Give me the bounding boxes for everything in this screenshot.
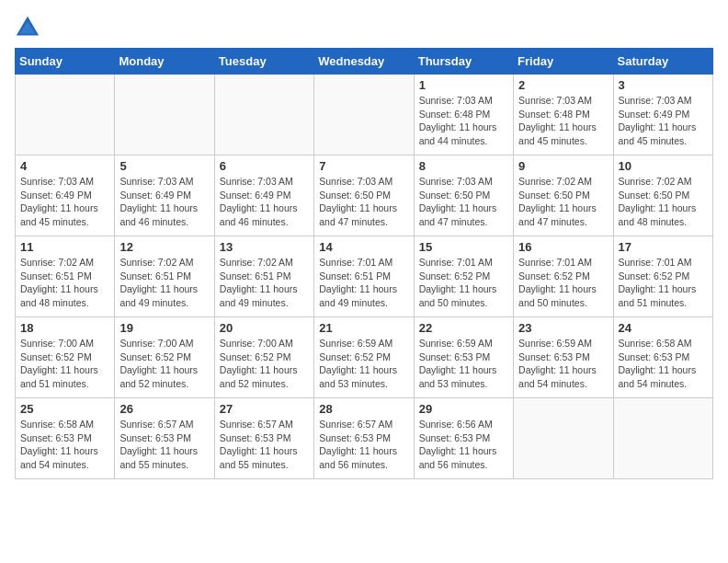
day-number: 3 [619, 78, 708, 92]
day-number: 29 [419, 402, 508, 416]
day-info: Sunrise: 7:00 AM Sunset: 6:52 PM Dayligh… [220, 337, 309, 391]
calendar-cell [115, 75, 214, 155]
calendar-cell: 2Sunrise: 7:03 AM Sunset: 6:48 PM Daylig… [514, 75, 613, 155]
calendar-week-row: 18Sunrise: 7:00 AM Sunset: 6:52 PM Dayli… [16, 317, 713, 398]
calendar-header-saturday: Saturday [613, 49, 712, 75]
calendar-cell [514, 398, 613, 479]
day-info: Sunrise: 7:02 AM Sunset: 6:51 PM Dayligh… [119, 256, 209, 310]
day-info: Sunrise: 7:03 AM Sunset: 6:49 PM Dayligh… [619, 94, 708, 148]
calendar-cell: 20Sunrise: 7:00 AM Sunset: 6:52 PM Dayli… [214, 317, 313, 398]
day-info: Sunrise: 7:00 AM Sunset: 6:52 PM Dayligh… [119, 337, 209, 391]
calendar-cell [613, 398, 712, 479]
day-info: Sunrise: 7:02 AM Sunset: 6:51 PM Dayligh… [20, 256, 109, 310]
calendar-cell: 9Sunrise: 7:02 AM Sunset: 6:50 PM Daylig… [514, 155, 613, 236]
calendar-cell: 16Sunrise: 7:01 AM Sunset: 6:52 PM Dayli… [514, 236, 613, 317]
calendar-cell: 4Sunrise: 7:03 AM Sunset: 6:49 PM Daylig… [16, 155, 115, 236]
calendar-header-monday: Monday [115, 49, 214, 75]
calendar-header-wednesday: Wednesday [314, 49, 414, 75]
day-info: Sunrise: 7:00 AM Sunset: 6:52 PM Dayligh… [20, 337, 109, 391]
calendar-cell: 3Sunrise: 7:03 AM Sunset: 6:49 PM Daylig… [613, 75, 712, 155]
day-info: Sunrise: 6:57 AM Sunset: 6:53 PM Dayligh… [319, 418, 408, 472]
logo-icon [15, 15, 40, 40]
calendar-cell: 1Sunrise: 7:03 AM Sunset: 6:48 PM Daylig… [414, 75, 513, 155]
day-number: 26 [119, 402, 209, 416]
calendar-header-thursday: Thursday [414, 49, 513, 75]
calendar-cell: 21Sunrise: 6:59 AM Sunset: 6:52 PM Dayli… [314, 317, 414, 398]
day-info: Sunrise: 6:57 AM Sunset: 6:53 PM Dayligh… [220, 418, 309, 472]
day-info: Sunrise: 6:59 AM Sunset: 6:53 PM Dayligh… [518, 337, 608, 391]
day-number: 18 [20, 321, 109, 335]
day-number: 20 [220, 321, 309, 335]
calendar-cell: 5Sunrise: 7:03 AM Sunset: 6:49 PM Daylig… [115, 155, 214, 236]
day-info: Sunrise: 6:56 AM Sunset: 6:53 PM Dayligh… [419, 418, 508, 472]
day-info: Sunrise: 7:03 AM Sunset: 6:50 PM Dayligh… [419, 175, 508, 229]
day-number: 9 [518, 159, 608, 173]
day-number: 22 [419, 321, 508, 335]
day-number: 8 [419, 159, 508, 173]
day-number: 14 [319, 240, 408, 254]
day-number: 27 [220, 402, 309, 416]
day-number: 15 [419, 240, 508, 254]
day-number: 10 [619, 159, 708, 173]
calendar-cell: 23Sunrise: 6:59 AM Sunset: 6:53 PM Dayli… [514, 317, 613, 398]
calendar-cell: 13Sunrise: 7:02 AM Sunset: 6:51 PM Dayli… [214, 236, 313, 317]
calendar-cell: 11Sunrise: 7:02 AM Sunset: 6:51 PM Dayli… [16, 236, 115, 317]
day-number: 28 [319, 402, 408, 416]
day-number: 7 [319, 159, 408, 173]
calendar-cell [314, 75, 414, 155]
calendar-week-row: 11Sunrise: 7:02 AM Sunset: 6:51 PM Dayli… [16, 236, 713, 317]
day-info: Sunrise: 7:03 AM Sunset: 6:49 PM Dayligh… [220, 175, 309, 229]
day-info: Sunrise: 7:01 AM Sunset: 6:52 PM Dayligh… [518, 256, 608, 310]
calendar-cell: 14Sunrise: 7:01 AM Sunset: 6:51 PM Dayli… [314, 236, 414, 317]
day-info: Sunrise: 7:03 AM Sunset: 6:49 PM Dayligh… [119, 175, 209, 229]
day-info: Sunrise: 7:01 AM Sunset: 6:51 PM Dayligh… [319, 256, 408, 310]
day-info: Sunrise: 7:01 AM Sunset: 6:52 PM Dayligh… [619, 256, 708, 310]
day-number: 6 [220, 159, 309, 173]
day-info: Sunrise: 6:59 AM Sunset: 6:53 PM Dayligh… [419, 337, 508, 391]
day-number: 5 [119, 159, 209, 173]
day-info: Sunrise: 7:03 AM Sunset: 6:48 PM Dayligh… [419, 94, 508, 148]
day-info: Sunrise: 7:03 AM Sunset: 6:48 PM Dayligh… [518, 94, 608, 148]
calendar-header-sunday: Sunday [16, 49, 115, 75]
calendar-week-row: 4Sunrise: 7:03 AM Sunset: 6:49 PM Daylig… [16, 155, 713, 236]
day-info: Sunrise: 6:58 AM Sunset: 6:53 PM Dayligh… [619, 337, 708, 391]
day-info: Sunrise: 6:59 AM Sunset: 6:52 PM Dayligh… [319, 337, 408, 391]
day-number: 4 [20, 159, 109, 173]
calendar-header-row: SundayMondayTuesdayWednesdayThursdayFrid… [16, 49, 713, 75]
day-number: 2 [518, 78, 608, 92]
day-number: 19 [119, 321, 209, 335]
calendar-cell: 8Sunrise: 7:03 AM Sunset: 6:50 PM Daylig… [414, 155, 513, 236]
calendar-cell: 26Sunrise: 6:57 AM Sunset: 6:53 PM Dayli… [115, 398, 214, 479]
day-number: 11 [20, 240, 109, 254]
calendar-cell: 6Sunrise: 7:03 AM Sunset: 6:49 PM Daylig… [214, 155, 313, 236]
calendar-cell: 27Sunrise: 6:57 AM Sunset: 6:53 PM Dayli… [214, 398, 313, 479]
calendar-cell: 19Sunrise: 7:00 AM Sunset: 6:52 PM Dayli… [115, 317, 214, 398]
calendar-cell [16, 75, 115, 155]
calendar-cell: 10Sunrise: 7:02 AM Sunset: 6:50 PM Dayli… [613, 155, 712, 236]
day-info: Sunrise: 7:03 AM Sunset: 6:49 PM Dayligh… [20, 175, 109, 229]
calendar-header-friday: Friday [514, 49, 613, 75]
day-info: Sunrise: 6:57 AM Sunset: 6:53 PM Dayligh… [119, 418, 209, 472]
calendar-week-row: 25Sunrise: 6:58 AM Sunset: 6:53 PM Dayli… [16, 398, 713, 479]
day-number: 12 [119, 240, 209, 254]
calendar-week-row: 1Sunrise: 7:03 AM Sunset: 6:48 PM Daylig… [16, 75, 713, 155]
day-info: Sunrise: 7:03 AM Sunset: 6:50 PM Dayligh… [319, 175, 408, 229]
day-info: Sunrise: 7:01 AM Sunset: 6:52 PM Dayligh… [419, 256, 508, 310]
day-number: 25 [20, 402, 109, 416]
calendar-header-tuesday: Tuesday [214, 49, 313, 75]
calendar-cell: 17Sunrise: 7:01 AM Sunset: 6:52 PM Dayli… [613, 236, 712, 317]
calendar-cell: 22Sunrise: 6:59 AM Sunset: 6:53 PM Dayli… [414, 317, 513, 398]
day-number: 23 [518, 321, 608, 335]
day-info: Sunrise: 7:02 AM Sunset: 6:50 PM Dayligh… [518, 175, 608, 229]
day-number: 24 [619, 321, 708, 335]
calendar-cell: 7Sunrise: 7:03 AM Sunset: 6:50 PM Daylig… [314, 155, 414, 236]
day-info: Sunrise: 7:02 AM Sunset: 6:50 PM Dayligh… [619, 175, 708, 229]
day-number: 21 [319, 321, 408, 335]
day-number: 16 [518, 240, 608, 254]
calendar-cell: 12Sunrise: 7:02 AM Sunset: 6:51 PM Dayli… [115, 236, 214, 317]
calendar-cell: 15Sunrise: 7:01 AM Sunset: 6:52 PM Dayli… [414, 236, 513, 317]
calendar-cell: 18Sunrise: 7:00 AM Sunset: 6:52 PM Dayli… [16, 317, 115, 398]
calendar-cell [214, 75, 313, 155]
day-number: 1 [419, 78, 508, 92]
calendar-cell: 29Sunrise: 6:56 AM Sunset: 6:53 PM Dayli… [414, 398, 513, 479]
